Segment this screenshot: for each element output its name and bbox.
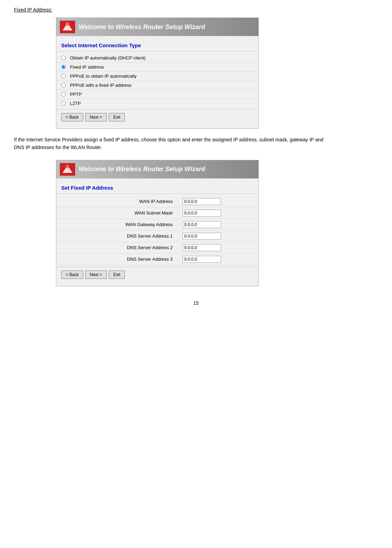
wizard-logo-icon: [60, 21, 75, 33]
connection-type-table: Obtain IP automatically (DHCP client)Fix…: [56, 54, 258, 108]
connection-type-label-5: L2TP: [70, 101, 81, 106]
connection-type-option: L2TP: [56, 99, 258, 108]
field-input-0[interactable]: [183, 198, 221, 205]
connection-type-option: Fixed IP address: [56, 63, 258, 72]
connection-type-radio-0[interactable]: [61, 56, 66, 60]
field-label-1: WAN Subnet Mask: [56, 207, 178, 219]
field-input-4[interactable]: [183, 244, 221, 251]
connection-type-label-0: Obtain IP automatically (DHCP client): [70, 55, 145, 61]
field-label-0: WAN IP Address: [56, 196, 178, 208]
wizard2-header: Welcome to Wireless Router Setup Wizard: [56, 160, 258, 178]
page-number: 15: [14, 300, 378, 306]
fixed-ip-form-table: WAN IP AddressWAN Subnet MaskWAN Gateway…: [56, 196, 258, 265]
field-input-cell-5: [178, 253, 258, 265]
connection-type-label-3: PPPoE with a fixed IP address: [70, 83, 131, 88]
field-input-cell-1: [178, 207, 258, 219]
wizard2-logo-icon: [60, 163, 75, 176]
wizard1-header-title: Welcome to Wireless Router Setup Wizard: [79, 23, 205, 31]
field-input-1[interactable]: [183, 210, 221, 217]
connection-type-option: PPTP: [56, 90, 258, 99]
field-input-3[interactable]: [183, 233, 221, 240]
svg-point-2: [66, 22, 69, 26]
connection-type-label-4: PPTP: [70, 92, 82, 97]
wizard1-body: Select Internet Connection Type Obtain I…: [56, 36, 258, 128]
wizard2-header-title: Welcome to Wireless Router Setup Wizard: [79, 166, 205, 173]
connection-type-option: Obtain IP automatically (DHCP client): [56, 54, 258, 63]
connection-type-radio-4[interactable]: [61, 92, 66, 97]
wizard1-header: Welcome to Wireless Router Setup Wizard: [56, 18, 258, 36]
field-input-2[interactable]: [183, 221, 221, 228]
field-label-3: DNS Server Address 1: [56, 230, 178, 242]
field-input-cell-4: [178, 242, 258, 253]
field-input-cell-2: [178, 219, 258, 230]
wizard1-container: Welcome to Wireless Router Setup Wizard …: [56, 17, 259, 129]
wizard1-back-button[interactable]: < Back: [61, 113, 83, 121]
wizard1-exit-button[interactable]: Exit: [109, 113, 125, 121]
wizard2-body: Set Fixed IP Address WAN IP AddressWAN S…: [56, 178, 258, 286]
field-label-5: DNS Server Address 3: [56, 253, 178, 265]
connection-type-label-2: PPPoE to obtain IP automatically: [70, 73, 137, 79]
connection-type-radio-2[interactable]: [61, 74, 66, 78]
wizard1-buttons: < Back Next > Exit: [56, 109, 258, 125]
connection-type-label-1: Fixed IP address: [70, 64, 104, 70]
wizard2-exit-button[interactable]: Exit: [109, 271, 125, 279]
svg-point-5: [66, 165, 69, 168]
wizard1-next-button[interactable]: Next >: [85, 113, 107, 121]
connection-type-option: PPPoE to obtain IP automatically: [56, 72, 258, 81]
wizard2-next-button[interactable]: Next >: [85, 271, 107, 279]
wizard2-container: Welcome to Wireless Router Setup Wizard …: [56, 160, 259, 286]
connection-type-radio-5[interactable]: [61, 101, 66, 106]
page-heading: Fixed IP Address:: [14, 7, 378, 13]
field-input-5[interactable]: [183, 256, 221, 263]
field-input-cell-3: [178, 230, 258, 242]
field-input-cell-0: [178, 196, 258, 208]
wizard2-buttons: < Back Next > Exit: [56, 267, 258, 282]
wizard2-back-button[interactable]: < Back: [61, 271, 83, 279]
description-text: If the Internet Service Providers assign…: [14, 136, 329, 152]
wizard2-section-title: Set Fixed IP Address: [56, 182, 258, 194]
field-label-4: DNS Server Address 2: [56, 242, 178, 253]
connection-type-radio-1[interactable]: [61, 65, 66, 69]
connection-type-option: PPPoE with a fixed IP address: [56, 81, 258, 90]
field-label-2: WAN Gateway Address: [56, 219, 178, 230]
wizard1-section-title: Select Internet Connection Type: [56, 40, 258, 51]
connection-type-radio-3[interactable]: [61, 83, 66, 87]
